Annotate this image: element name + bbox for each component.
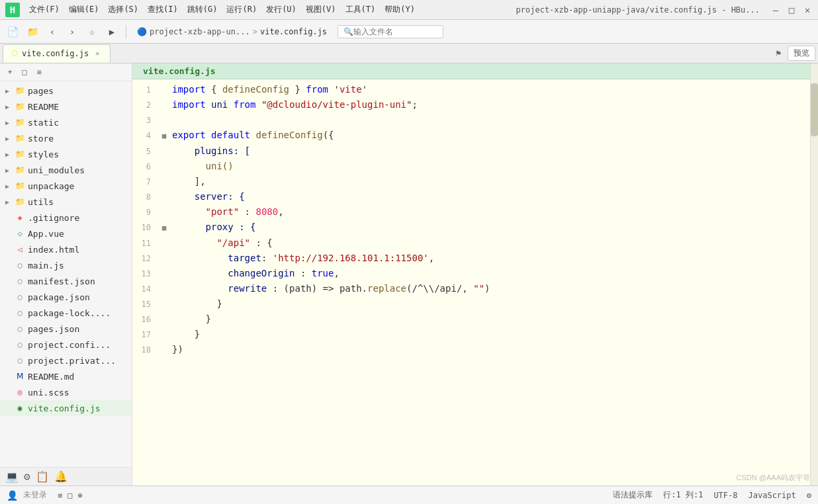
minimize-button[interactable]: — — [770, 5, 781, 15]
js-icon: ○ — [15, 261, 25, 270]
sidebar-item-store[interactable]: ▶ 📁 store — [0, 130, 132, 146]
menu-bar[interactable]: 文件(F) 编辑(E) 选择(S) 查找(I) 跳转(G) 运行(R) 发行(U… — [25, 3, 516, 17]
settings-icon[interactable]: ⚙ — [807, 491, 811, 500]
window-controls[interactable]: — □ ✕ — [770, 5, 813, 15]
sidebar-item-uni-scss[interactable]: ◎ uni.scss — [0, 384, 132, 400]
code-area[interactable]: 1 import { defineConfig } from 'vite' 2 … — [132, 79, 810, 360]
code-content[interactable]: } — [169, 327, 200, 341]
code-content[interactable]: "/api" : { — [169, 235, 273, 250]
close-button[interactable]: ✕ — [802, 5, 813, 15]
sidebar-item-vite-config[interactable]: ◉ vite.config.js — [0, 400, 132, 416]
menu-publish[interactable]: 发行(U) — [262, 3, 300, 17]
sidebar-item-readme-md[interactable]: Ⅿ README.md — [0, 368, 132, 384]
code-content[interactable]: server: { — [169, 189, 245, 204]
maximize-button[interactable]: □ — [786, 5, 797, 15]
sidebar-item-gitignore[interactable]: ◈ .gitignore — [0, 210, 132, 226]
sidebar-item-main-js[interactable]: ○ main.js — [0, 257, 132, 273]
sidebar-item-app-vue[interactable]: ◇ App.vue — [0, 226, 132, 241]
back-button[interactable]: ‹ — [44, 23, 61, 40]
code-content[interactable]: changeOrigin : true, — [169, 266, 340, 280]
line-number: 14 — [132, 282, 159, 296]
folder-icon: 📁 — [15, 118, 25, 127]
code-content[interactable]: rewrite : (path) => path.replace(/^\\/ap… — [169, 281, 490, 296]
more-button[interactable]: ≡ — [33, 66, 45, 78]
code-content[interactable]: plugins: [ — [169, 144, 250, 158]
menu-view[interactable]: 视图(V) — [302, 3, 340, 17]
file-encoding[interactable]: UTF-8 — [713, 491, 737, 500]
folder-icon: 📁 — [15, 102, 25, 111]
run-button[interactable]: ▶ — [103, 23, 120, 40]
code-content[interactable] — [169, 112, 177, 127]
code-content[interactable]: target: 'http://192.168.101.1:11500', — [169, 251, 434, 265]
breadcrumb-project[interactable]: project-xzb-app-un... — [150, 27, 250, 36]
code-content[interactable]: "port" : 8080, — [169, 204, 284, 219]
sidebar-item-unpackage[interactable]: ▶ 📁 unpackage — [0, 178, 132, 194]
menu-help[interactable]: 帮助(Y) — [381, 3, 419, 17]
sidebar-item-utils[interactable]: ▶ 📁 utils — [0, 194, 132, 210]
scrollbar-thumb[interactable] — [811, 83, 818, 136]
collapse-button[interactable]: □ — [19, 66, 30, 78]
sidebar-item-project-private[interactable]: ○ project.privat... — [0, 353, 132, 368]
bell-icon[interactable]: 🔔 — [54, 470, 68, 483]
code-editor[interactable]: vite.config.js 1 import { defineConfig }… — [132, 63, 810, 485]
filter-button[interactable]: ⚑ — [773, 47, 784, 60]
sidebar-item-uni-modules[interactable]: ▶ 📁 uni_modules — [0, 162, 132, 178]
menu-find[interactable]: 查找(I) — [144, 3, 182, 17]
status-icon-3[interactable]: □ — [68, 491, 72, 500]
tools-icon[interactable]: ⚙ — [24, 470, 30, 483]
arrow-icon: ▶ — [5, 87, 12, 95]
sidebar-item-project-config[interactable]: ○ project.confi... — [0, 337, 132, 353]
line-number: 10 — [132, 220, 159, 235]
open-folder-button[interactable]: 📁 — [24, 23, 41, 40]
file-language[interactable]: JavaScript — [749, 491, 796, 500]
menu-run[interactable]: 运行(R) — [222, 3, 261, 17]
tab-vite-config[interactable]: ⬡ vite.config.js ✕ — [3, 44, 111, 63]
code-content[interactable]: ], — [169, 174, 206, 189]
breadcrumb-file[interactable]: vite.config.js — [260, 27, 327, 36]
fold-button[interactable]: ■ — [159, 129, 169, 144]
line-number: 2 — [132, 98, 159, 112]
menu-edit[interactable]: 编辑(E) — [65, 3, 103, 17]
json-icon: ○ — [15, 324, 25, 333]
code-line-17: 17 } — [132, 327, 810, 342]
user-icon[interactable]: 👤 — [7, 490, 18, 501]
sidebar-item-readme-folder[interactable]: ▶ 📁 README — [0, 99, 132, 114]
status-icon-2[interactable]: ≡ — [58, 491, 62, 500]
sidebar-item-styles[interactable]: ▶ 📁 styles — [0, 146, 132, 162]
sidebar-item-package-lock[interactable]: ○ package-lock.... — [0, 305, 132, 321]
add-file-button[interactable]: + — [4, 66, 16, 78]
menu-tools[interactable]: 工具(T) — [341, 3, 380, 17]
sidebar-item-static[interactable]: ▶ 📁 static — [0, 114, 132, 130]
file-search-input[interactable] — [353, 27, 433, 36]
sidebar-item-label: index.html — [28, 245, 79, 255]
forward-button[interactable]: › — [64, 23, 81, 40]
code-content[interactable]: uni() — [169, 159, 234, 173]
code-content[interactable]: export default defineConfig({ — [169, 128, 334, 142]
code-content[interactable]: proxy : { — [169, 220, 255, 234]
sidebar-item-pages-json[interactable]: ○ pages.json — [0, 321, 132, 337]
menu-goto[interactable]: 跳转(G) — [183, 3, 222, 17]
code-content[interactable]: }) — [169, 342, 183, 357]
status-icon-4[interactable]: ⊕ — [77, 491, 82, 500]
code-content[interactable]: import uni from "@dcloudio/vite-plugin-u… — [169, 97, 418, 112]
computer-icon[interactable]: 💻 — [5, 470, 19, 483]
new-file-button[interactable]: 📄 — [4, 23, 21, 40]
code-content[interactable]: import { defineConfig } from 'vite' — [169, 82, 367, 97]
menu-select[interactable]: 选择(S) — [104, 3, 142, 17]
sidebar-item-label: uni.scss — [28, 388, 69, 398]
login-status[interactable]: 未登录 — [23, 489, 47, 501]
clipboard-icon[interactable]: 📋 — [36, 470, 49, 483]
bookmark-button[interactable]: ☆ — [83, 23, 101, 40]
menu-file[interactable]: 文件(F) — [25, 3, 64, 17]
sidebar-item-index-html[interactable]: ◁ index.html — [0, 241, 132, 257]
code-content[interactable]: } — [169, 296, 222, 311]
preview-button[interactable]: 预览 — [788, 46, 815, 61]
sidebar-item-pages[interactable]: ▶ 📁 pages — [0, 83, 132, 99]
code-content[interactable]: } — [169, 312, 211, 326]
sidebar-item-manifest-json[interactable]: ○ manifest.json — [0, 273, 132, 289]
fold-button[interactable]: ■ — [159, 221, 169, 235]
sidebar-item-package-json[interactable]: ○ package.json — [0, 289, 132, 305]
line-number: 17 — [132, 327, 159, 342]
tab-close-button[interactable]: ✕ — [93, 49, 102, 58]
scrollbar-track[interactable] — [810, 63, 818, 485]
